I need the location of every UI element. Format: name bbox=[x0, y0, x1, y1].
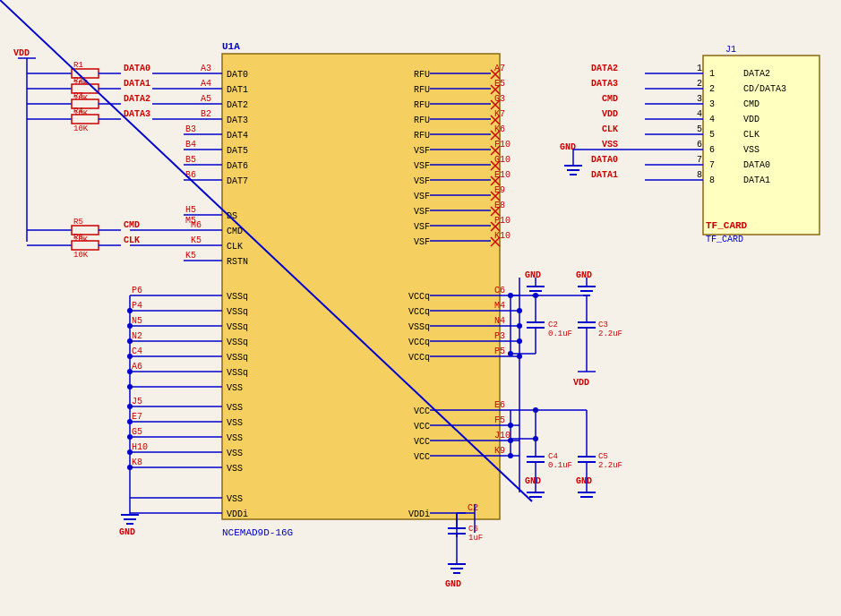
svg-text:VDDi: VDDi bbox=[408, 509, 430, 519]
svg-text:5: 5 bbox=[709, 130, 715, 140]
svg-text:C4: C4 bbox=[132, 346, 142, 356]
svg-text:GND: GND bbox=[576, 270, 592, 280]
svg-text:VSF: VSF bbox=[414, 176, 430, 186]
svg-text:B5: B5 bbox=[185, 155, 196, 165]
svg-text:VDD: VDD bbox=[602, 109, 618, 119]
svg-text:A7: A7 bbox=[494, 64, 505, 73]
svg-text:C2: C2 bbox=[468, 503, 478, 513]
svg-text:7: 7 bbox=[697, 155, 702, 165]
svg-text:DAT1: DAT1 bbox=[227, 85, 248, 95]
svg-text:C4: C4 bbox=[548, 452, 558, 461]
svg-text:VSSq: VSSq bbox=[227, 322, 248, 332]
svg-text:H10: H10 bbox=[132, 442, 148, 452]
svg-text:VSS: VSS bbox=[227, 403, 243, 413]
svg-text:DATA0: DATA0 bbox=[743, 160, 770, 170]
svg-text:VCC: VCC bbox=[414, 422, 430, 432]
svg-text:DAT4: DAT4 bbox=[227, 131, 248, 141]
svg-text:VSS: VSS bbox=[227, 494, 243, 504]
svg-text:6: 6 bbox=[709, 145, 715, 155]
svg-text:K5: K5 bbox=[185, 251, 196, 261]
svg-text:E7: E7 bbox=[132, 412, 142, 422]
svg-text:GND: GND bbox=[560, 142, 576, 152]
svg-text:VSF: VSF bbox=[414, 146, 430, 156]
svg-text:DATA3: DATA3 bbox=[124, 109, 150, 119]
svg-text:M4: M4 bbox=[494, 301, 505, 311]
svg-text:C2: C2 bbox=[548, 321, 558, 329]
svg-text:B2: B2 bbox=[201, 109, 211, 119]
svg-text:R5: R5 bbox=[73, 218, 83, 227]
svg-text:E6: E6 bbox=[494, 400, 505, 410]
svg-text:DATA1: DATA1 bbox=[591, 170, 618, 180]
svg-text:P3: P3 bbox=[494, 331, 505, 341]
svg-text:8: 8 bbox=[697, 170, 702, 180]
svg-text:VSSq: VSSq bbox=[227, 368, 248, 378]
svg-point-224 bbox=[127, 338, 133, 344]
svg-text:E8: E8 bbox=[494, 201, 505, 210]
svg-text:R3: R3 bbox=[73, 91, 83, 100]
svg-text:K7: K7 bbox=[494, 109, 505, 119]
svg-text:M6: M6 bbox=[191, 220, 202, 230]
svg-text:7: 7 bbox=[709, 160, 715, 170]
svg-text:E5: E5 bbox=[494, 79, 505, 89]
svg-text:2: 2 bbox=[709, 84, 715, 94]
svg-text:1uF: 1uF bbox=[468, 534, 483, 543]
svg-text:GND: GND bbox=[445, 579, 461, 589]
svg-point-321 bbox=[517, 323, 522, 329]
svg-text:VCCq: VCCq bbox=[408, 353, 430, 363]
svg-point-350 bbox=[508, 423, 513, 428]
svg-text:R1: R1 bbox=[73, 61, 83, 70]
svg-text:B4: B4 bbox=[185, 140, 196, 150]
svg-text:VSSq: VSSq bbox=[227, 353, 248, 363]
svg-text:RFU: RFU bbox=[414, 70, 430, 80]
svg-text:CMD: CMD bbox=[743, 99, 759, 109]
svg-text:VSF: VSF bbox=[414, 237, 430, 247]
svg-text:C5: C5 bbox=[598, 452, 608, 461]
svg-point-312 bbox=[508, 351, 513, 356]
svg-text:G3: G3 bbox=[494, 94, 505, 104]
svg-text:CLK: CLK bbox=[602, 124, 618, 134]
svg-point-229 bbox=[127, 419, 133, 424]
svg-rect-210 bbox=[72, 241, 99, 250]
svg-text:VDD: VDD bbox=[573, 378, 589, 388]
svg-text:RFU: RFU bbox=[414, 100, 430, 110]
svg-point-314 bbox=[533, 293, 538, 298]
svg-text:8: 8 bbox=[709, 175, 715, 185]
svg-text:DAT3: DAT3 bbox=[227, 116, 248, 125]
svg-text:N2: N2 bbox=[132, 331, 142, 341]
svg-text:DAT0: DAT0 bbox=[227, 70, 248, 80]
svg-text:A6: A6 bbox=[132, 362, 142, 372]
svg-text:VCCq: VCCq bbox=[408, 292, 430, 302]
svg-text:TF_CARD: TF_CARD bbox=[706, 220, 748, 231]
svg-text:GND: GND bbox=[525, 270, 541, 280]
svg-text:4: 4 bbox=[709, 115, 715, 124]
svg-text:R4: R4 bbox=[73, 107, 83, 116]
svg-text:VDDi: VDDi bbox=[227, 509, 248, 519]
svg-text:A5: A5 bbox=[201, 94, 211, 104]
svg-rect-196 bbox=[72, 115, 99, 124]
svg-text:DATA1: DATA1 bbox=[124, 79, 150, 89]
svg-point-322 bbox=[517, 338, 522, 344]
svg-text:VSF: VSF bbox=[414, 222, 430, 232]
svg-text:K9: K9 bbox=[494, 446, 505, 456]
svg-text:5: 5 bbox=[697, 124, 702, 134]
svg-text:VSF: VSF bbox=[414, 192, 430, 201]
svg-text:DATA0: DATA0 bbox=[124, 64, 150, 73]
svg-point-223 bbox=[127, 323, 133, 329]
svg-text:A4: A4 bbox=[201, 79, 211, 89]
svg-text:VSS: VSS bbox=[227, 433, 243, 443]
svg-text:2: 2 bbox=[697, 79, 702, 89]
svg-text:RFU: RFU bbox=[414, 131, 430, 141]
svg-text:DATA2: DATA2 bbox=[743, 69, 770, 79]
svg-text:K8: K8 bbox=[132, 458, 142, 467]
svg-text:GND: GND bbox=[576, 476, 592, 486]
svg-text:VCC: VCC bbox=[414, 452, 430, 462]
svg-text:N5: N5 bbox=[132, 316, 142, 326]
svg-text:VSSq: VSSq bbox=[227, 338, 248, 347]
svg-text:J5: J5 bbox=[132, 397, 142, 406]
svg-text:U1A: U1A bbox=[222, 41, 240, 52]
svg-text:P5: P5 bbox=[494, 346, 505, 356]
svg-point-230 bbox=[127, 434, 133, 440]
svg-point-358 bbox=[533, 407, 538, 413]
svg-text:VSS: VSS bbox=[227, 449, 243, 458]
svg-text:VCC: VCC bbox=[414, 406, 430, 416]
